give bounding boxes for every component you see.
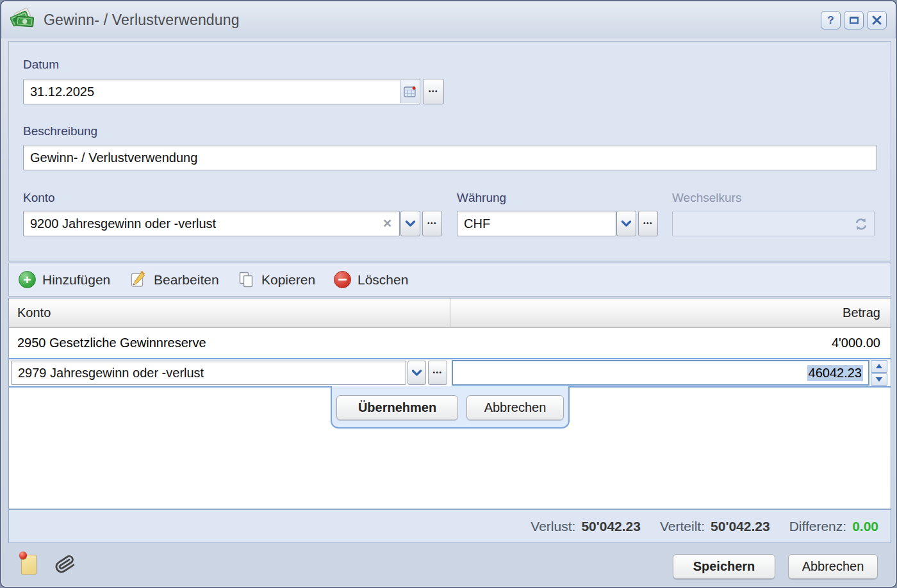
waehrung-more-button[interactable]: ••• (638, 211, 658, 236)
row-betrag-cell: 4'000.00 (450, 336, 891, 350)
cancel-button[interactable]: Abbrechen (788, 554, 878, 579)
edit-confirm-panel: Übernehmen Abbrechen (331, 386, 570, 429)
cancel-edit-button[interactable]: Abbrechen (466, 395, 564, 420)
ellipsis-icon: ••• (427, 220, 437, 227)
copy-icon (238, 271, 255, 288)
edit-row: ••• 46042.23 (9, 358, 891, 388)
differenz-label: Differenz: (789, 519, 847, 534)
amount-spinner (871, 360, 887, 386)
close-button[interactable] (867, 11, 887, 29)
spinner-down-button[interactable] (871, 373, 887, 386)
edit-label: Bearbeiten (154, 272, 219, 288)
copy-row-button[interactable]: Kopieren (238, 263, 315, 296)
apply-button[interactable]: Übernehmen (336, 395, 458, 420)
calendar-button[interactable] (400, 80, 419, 103)
edit-betrag-input[interactable]: 46042.23 (452, 360, 869, 386)
waehrung-input[interactable] (457, 211, 616, 236)
column-header-betrag[interactable]: Betrag (450, 298, 891, 327)
datum-label: Datum (23, 58, 59, 72)
calendar-icon (403, 85, 417, 98)
waehrung-label: Währung (457, 191, 506, 205)
pencil-icon (130, 271, 147, 288)
plus-icon: + (19, 271, 36, 288)
selected-amount-text: 46042.23 (807, 365, 863, 381)
row-konto-cell: 2950 Gesetzliche Gewinnreserve (9, 336, 450, 350)
help-button[interactable]: ? (821, 11, 841, 29)
verlust-label: Verlust: (531, 519, 575, 534)
chevron-down-icon (411, 370, 422, 377)
row-toolbar: + Hinzufügen Bearbeiten (8, 263, 891, 297)
chevron-down-icon (621, 220, 632, 227)
dialog-window: Gewinn- / Verlustverwendung ? Datum (0, 0, 897, 588)
refresh-icon (853, 216, 869, 232)
beschreibung-input[interactable] (23, 145, 877, 170)
ellipsis-icon: ••• (432, 370, 442, 376)
help-icon: ? (827, 14, 834, 27)
add-row-button[interactable]: + Hinzufügen (19, 263, 110, 296)
waehrung-dropdown-button[interactable] (616, 211, 636, 236)
beschreibung-label: Beschreibung (23, 124, 97, 138)
konto-label: Konto (23, 191, 55, 205)
copy-label: Kopieren (261, 272, 315, 288)
clear-icon[interactable]: ✕ (383, 216, 392, 231)
table-header: Konto Betrag (9, 298, 891, 328)
verteilt-label: Verteilt: (660, 519, 705, 534)
money-icon (10, 7, 36, 33)
title-bar: Gewinn- / Verlustverwendung ? (1, 1, 896, 38)
save-button[interactable]: Speichern (673, 554, 775, 579)
form-panel: Datum ••• Beschreibung Konto ✕ (8, 41, 891, 261)
edit-konto-dropdown-button[interactable] (407, 361, 426, 385)
arrow-down-icon (876, 377, 882, 382)
wechselkurs-input (672, 211, 875, 236)
ellipsis-icon: ••• (429, 88, 438, 95)
konto-dropdown-button[interactable] (400, 211, 420, 236)
table-row[interactable]: 2950 Gesetzliche Gewinnreserve 4'000.00 (9, 329, 891, 357)
delete-label: Löschen (358, 272, 408, 288)
spinner-up-button[interactable] (871, 360, 887, 373)
konto-more-button[interactable]: ••• (422, 211, 442, 236)
chevron-down-icon (405, 220, 416, 227)
maximize-icon (850, 17, 859, 24)
close-icon (872, 15, 882, 25)
column-header-konto[interactable]: Konto (9, 298, 450, 327)
verteilt-value: 50'042.23 (711, 519, 770, 534)
ellipsis-icon: ••• (643, 220, 653, 227)
edit-konto-more-button[interactable]: ••• (428, 361, 447, 385)
refresh-button[interactable] (853, 216, 869, 235)
maximize-button[interactable] (844, 11, 864, 29)
wechselkurs-label: Wechselkurs (672, 191, 741, 205)
konto-input[interactable] (23, 211, 400, 236)
datum-input[interactable] (23, 79, 420, 104)
add-label: Hinzufügen (42, 272, 110, 288)
status-bar: Verlust: 50'042.23 Verteilt: 50'042.23 D… (8, 509, 891, 543)
differenz-value: 0.00 (852, 519, 878, 534)
delete-row-button[interactable]: Löschen (334, 263, 408, 296)
note-button[interactable] (21, 555, 37, 575)
attachment-button[interactable] (55, 553, 76, 579)
arrow-up-icon (876, 364, 882, 368)
datum-more-button[interactable]: ••• (423, 79, 444, 104)
paperclip-icon (55, 553, 76, 576)
window-title: Gewinn- / Verlustverwendung (44, 12, 240, 29)
pin-icon (19, 551, 27, 559)
allocation-table: Konto Betrag 2950 Gesetzliche Gewinnrese… (8, 298, 891, 509)
minus-icon (334, 271, 351, 288)
edit-row-button[interactable]: Bearbeiten (130, 263, 219, 296)
verlust-value: 50'042.23 (581, 519, 641, 534)
edit-konto-input[interactable] (11, 361, 406, 385)
